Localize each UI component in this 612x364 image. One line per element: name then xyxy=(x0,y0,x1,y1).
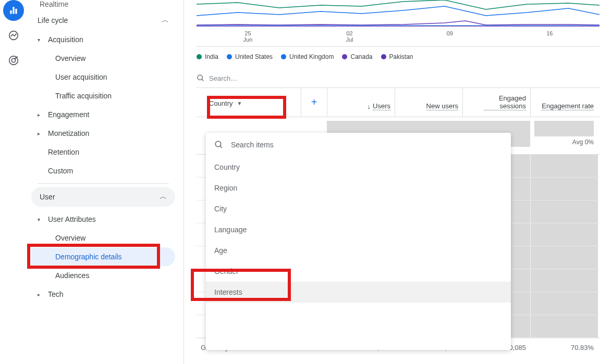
user-attributes-label: User Attributes xyxy=(48,215,96,223)
svg-rect-0 xyxy=(10,10,11,14)
sidebar-section-user[interactable]: User ︿ xyxy=(31,187,175,207)
dimension-label: Country xyxy=(209,99,233,107)
sidebar-section-lifecycle[interactable]: Life cycle ︿ xyxy=(31,10,175,30)
redacted-cell xyxy=(530,155,598,177)
dropdown-item-country[interactable]: Country xyxy=(206,157,511,178)
chevron-up-icon: ︿ xyxy=(162,16,169,25)
legend-dot xyxy=(227,54,232,59)
dropdown-item-gender[interactable]: Gender xyxy=(206,261,511,282)
sidebar-item-ua-overview[interactable]: Overview xyxy=(31,229,175,247)
redacted-cell xyxy=(530,292,598,315)
sidebar: Realtime Life cycle ︿ ▾ Acquisition Over… xyxy=(27,0,183,364)
search-placeholder: Search… xyxy=(209,74,237,82)
tech-label: Tech xyxy=(48,290,64,298)
chart-area: 25Jun 02Jul 09 16 xyxy=(197,0,599,47)
legend-dot xyxy=(342,54,347,59)
xaxis-tick: 16 xyxy=(546,30,553,43)
column-header-engagement-rate[interactable]: Engagement rate xyxy=(530,88,598,117)
redacted-cell xyxy=(530,246,598,269)
sidebar-item-acquisition[interactable]: ▾ Acquisition xyxy=(31,30,175,49)
sidebar-item-demographic-details[interactable]: Demographic details xyxy=(31,247,175,266)
add-dimension-button[interactable]: + xyxy=(301,88,327,117)
legend-item[interactable]: Canada xyxy=(342,53,372,60)
chart-legend: India United States United Kingdom Canad… xyxy=(184,47,612,69)
dropdown-item-language[interactable]: Language xyxy=(206,219,511,240)
dropdown-search[interactable]: Search items xyxy=(206,133,511,157)
divider xyxy=(38,183,169,184)
caret-down-icon: ▼ xyxy=(237,101,242,106)
dropdown-item-age[interactable]: Age xyxy=(206,240,511,261)
sidebar-item-user-acquisition[interactable]: User acquisition xyxy=(31,68,175,86)
xaxis-tick: 09 xyxy=(447,30,453,43)
dropdown-item-interests[interactable]: Interests xyxy=(206,282,511,303)
legend-item[interactable]: United Kingdom xyxy=(281,53,334,60)
caret-down-icon: ▾ xyxy=(38,217,48,222)
icon-rail xyxy=(0,0,27,364)
svg-line-7 xyxy=(202,79,203,81)
advertising-icon[interactable] xyxy=(3,50,24,71)
sidebar-item-realtime[interactable]: Realtime xyxy=(31,0,175,10)
avg-engagement-rate: Avg 0% xyxy=(530,117,598,150)
reports-icon[interactable] xyxy=(3,0,24,21)
redacted-cell xyxy=(530,178,598,200)
caret-right-icon: ▸ xyxy=(38,131,48,136)
sidebar-item-retention[interactable]: Retention xyxy=(31,143,175,161)
column-header-users[interactable]: ↓ Users xyxy=(327,88,395,117)
engagement-label: Engagement xyxy=(48,110,89,119)
legend-item[interactable]: Pakistan xyxy=(381,53,413,60)
caret-down-icon: ▾ xyxy=(38,37,48,43)
sidebar-item-engagement[interactable]: ▸ Engagement xyxy=(31,105,175,124)
sidebar-item-tech[interactable]: ▸ Tech xyxy=(31,285,175,304)
legend-dot xyxy=(197,54,202,59)
column-header-new-users[interactable]: New users xyxy=(395,88,462,117)
acquisition-label: Acquisition xyxy=(48,35,83,44)
legend-dot xyxy=(281,54,286,59)
search-icon xyxy=(197,74,205,82)
table-header: Country ▼ + ↓ Users New users Engaged se… xyxy=(197,87,599,117)
sidebar-item-audiences[interactable]: Audiences xyxy=(31,266,175,285)
legend-dot xyxy=(381,54,386,59)
column-header-engaged-sessions[interactable]: Engaged sessions xyxy=(462,88,530,117)
sort-arrow-down-icon: ↓ xyxy=(368,103,371,110)
redacted-cell xyxy=(530,223,598,246)
redacted-cell xyxy=(530,269,598,292)
search-icon xyxy=(214,140,224,149)
svg-line-9 xyxy=(220,146,222,148)
legend-item[interactable]: India xyxy=(197,53,218,60)
table-search[interactable]: Search… xyxy=(184,69,612,87)
sidebar-item-user-attributes[interactable]: ▾ User Attributes xyxy=(31,210,175,229)
redacted-cell xyxy=(530,200,598,223)
svg-point-8 xyxy=(215,141,221,147)
sidebar-item-traffic-acquisition[interactable]: Traffic acquisition xyxy=(31,86,175,105)
dropdown-item-city[interactable]: City xyxy=(206,198,511,219)
svg-rect-2 xyxy=(15,9,17,14)
user-section-label: User xyxy=(40,193,55,201)
chevron-up-icon: ︿ xyxy=(160,192,167,202)
xaxis-tick: 25Jun xyxy=(243,30,253,43)
rate-cell: 70.83% xyxy=(530,344,598,352)
lifecycle-label: Life cycle xyxy=(38,16,68,24)
caret-right-icon: ▸ xyxy=(38,112,48,118)
sidebar-item-acq-overview[interactable]: Overview xyxy=(31,49,175,68)
legend-item[interactable]: United States xyxy=(227,53,273,60)
line-chart xyxy=(197,0,599,29)
svg-point-6 xyxy=(198,75,202,80)
sidebar-item-custom[interactable]: Custom xyxy=(31,161,175,180)
xaxis-tick: 02Jul xyxy=(346,30,353,43)
dimension-dropdown-menu: Search items Country Region City Languag… xyxy=(206,133,511,350)
svg-rect-1 xyxy=(13,7,14,14)
dropdown-search-placeholder: Search items xyxy=(231,141,274,149)
sidebar-item-monetization[interactable]: ▸ Monetization xyxy=(31,124,175,143)
dimension-dropdown[interactable]: Country ▼ xyxy=(200,96,251,110)
monetization-label: Monetization xyxy=(48,129,89,137)
redacted-cell xyxy=(530,315,598,337)
dimension-header-cell: Country ▼ xyxy=(197,88,301,117)
dropdown-item-region[interactable]: Region xyxy=(206,178,511,198)
caret-right-icon: ▸ xyxy=(38,292,48,297)
explore-icon[interactable] xyxy=(3,25,24,46)
